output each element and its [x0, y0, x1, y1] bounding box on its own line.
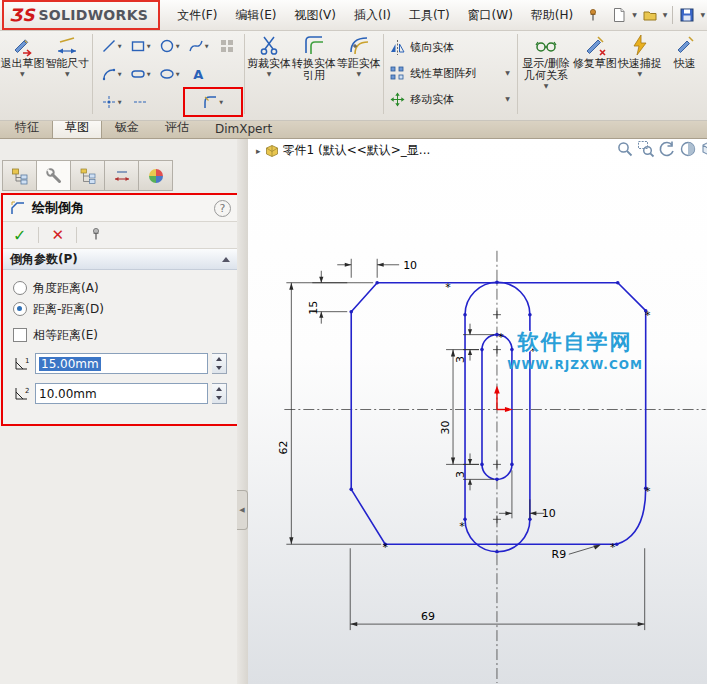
- chevron-down-icon[interactable]: ▼: [630, 12, 639, 18]
- dim-slot-gap[interactable]: 10: [499, 470, 556, 520]
- sketch-point-button[interactable]: ▼: [97, 88, 126, 116]
- distance2-spinner[interactable]: [212, 383, 227, 404]
- menu-help[interactable]: 帮助(H): [522, 3, 582, 28]
- tab-dimxpert[interactable]: DimXpert: [202, 120, 285, 138]
- repair-sketch-button[interactable]: 修复草图: [572, 30, 617, 70]
- feature-manager-tab[interactable]: [2, 160, 37, 191]
- convert-entities-button[interactable]: 转换实体引用: [291, 30, 336, 82]
- sketch-centerline-button[interactable]: [126, 88, 155, 116]
- svg-text:1: 1: [25, 357, 29, 365]
- expand-arrow-icon[interactable]: ▸: [256, 146, 261, 156]
- view-orientation-icon[interactable]: [700, 140, 707, 158]
- sketch-spline-icon: [188, 38, 204, 54]
- quick-snaps-label: 快速捕捉: [618, 58, 662, 70]
- distance-distance-option[interactable]: 距离-距离(D): [13, 300, 227, 318]
- open-document-button[interactable]: [639, 4, 661, 26]
- chevron-down-icon: ▼: [147, 44, 151, 49]
- display-relations-button[interactable]: 显示/删除几何关系 ▼: [520, 30, 573, 89]
- angle-distance-radio[interactable]: [13, 281, 27, 295]
- cancel-button[interactable]: ✕: [51, 226, 64, 244]
- chevron-down-icon: ▼: [118, 100, 122, 105]
- menu-file[interactable]: 文件(F): [168, 3, 226, 28]
- grid-spacer: [213, 60, 242, 88]
- spin-down-icon[interactable]: [212, 394, 226, 404]
- zoom-area-icon[interactable]: [637, 140, 655, 158]
- dim-gap-top[interactable]: 3: [454, 324, 494, 363]
- chamfer-parameters-header[interactable]: 倒角参数(P): [3, 249, 237, 270]
- exit-sketch-icon: [10, 33, 34, 57]
- menu-insert[interactable]: 插入(I): [345, 3, 400, 28]
- chevron-down-icon: ▼: [147, 72, 151, 77]
- menu-window[interactable]: 窗口(W): [459, 3, 522, 28]
- distance-distance-radio[interactable]: [13, 302, 27, 316]
- chevron-down-icon[interactable]: ▼: [661, 12, 670, 18]
- distance1-input[interactable]: 15.00mm: [35, 353, 208, 374]
- graphics-area[interactable]: * * * * * * * * 10 15: [248, 138, 707, 684]
- zoom-fit-icon[interactable]: [616, 140, 634, 158]
- chevron-down-icon: ▼: [176, 44, 180, 49]
- feature-tree-header[interactable]: ▸ 零件1 (默认<<默认>_显...: [256, 142, 430, 159]
- sketch-origin[interactable]: [494, 386, 513, 413]
- configuration-manager-tab[interactable]: [71, 160, 105, 191]
- menu-edit[interactable]: 编辑(E): [226, 3, 285, 28]
- section-view-icon[interactable]: [679, 140, 697, 158]
- quick-snaps-button[interactable]: 快速捕捉 ▼: [617, 30, 662, 77]
- dim-overall-width[interactable]: 69: [350, 548, 644, 630]
- dim-overall-height[interactable]: 62: [277, 283, 381, 545]
- sketch-arc-button[interactable]: ▼: [97, 60, 126, 88]
- convert-entities-icon: [302, 33, 326, 57]
- keep-visible-pin-button[interactable]: [89, 226, 103, 245]
- equal-distance-option[interactable]: 相等距离(E): [13, 326, 227, 344]
- dim-gap-bottom[interactable]: 3: [454, 453, 494, 490]
- sketch-slot-button[interactable]: ▼: [126, 60, 155, 88]
- equal-distance-checkbox[interactable]: [13, 328, 27, 342]
- sketch-circle-button[interactable]: ▼: [155, 32, 184, 60]
- menu-view[interactable]: 视图(V): [285, 3, 345, 28]
- angle-distance-option[interactable]: 角度距离(A): [13, 279, 227, 297]
- dim-chamfer-width[interactable]: 10: [337, 259, 417, 278]
- help-icon[interactable]: ?: [214, 200, 231, 217]
- linear-pattern-button[interactable]: 线性草图阵列 ▼: [386, 60, 515, 86]
- svg-text:3: 3: [454, 471, 467, 478]
- sketch-rectangle-button[interactable]: ▼: [126, 32, 155, 60]
- quick-sketch-button-clipped[interactable]: 快速: [662, 30, 707, 70]
- ok-button[interactable]: ✓: [13, 226, 26, 245]
- sketch-fillet-chamfer-button[interactable]: ▼: [184, 88, 242, 116]
- sketch-ellipse-button[interactable]: ▼: [155, 60, 184, 88]
- distance1-spinner[interactable]: [212, 353, 227, 374]
- menu-tools[interactable]: 工具(T): [400, 3, 459, 28]
- offset-entities-button[interactable]: 等距实体 ▼: [336, 30, 381, 77]
- sketch-spline-button[interactable]: ▼: [184, 32, 213, 60]
- panel-collapse-button[interactable]: ◀: [237, 490, 248, 530]
- chevron-down-icon: ▼: [118, 44, 122, 49]
- dim-corner-radius[interactable]: R9: [552, 545, 601, 561]
- sketch-canvas[interactable]: * * * * * * * * 10 15: [248, 138, 707, 684]
- dimxpert-manager-tab[interactable]: [105, 160, 139, 191]
- spin-down-icon[interactable]: [212, 364, 226, 374]
- display-manager-tab[interactable]: [139, 160, 173, 191]
- pin-menu-icon[interactable]: [586, 8, 600, 22]
- smart-dimension-button[interactable]: 智能尺寸 ▼: [45, 30, 90, 77]
- exit-sketch-button[interactable]: 退出草图 ▼: [0, 30, 45, 77]
- distance2-input[interactable]: 10.00mm: [35, 383, 208, 404]
- new-document-button[interactable]: [608, 4, 630, 26]
- mirror-entities-button[interactable]: 镜向实体: [386, 34, 515, 60]
- outer-slot[interactable]: [465, 282, 530, 551]
- chevron-down-icon[interactable]: ▼: [698, 12, 707, 18]
- move-entities-button[interactable]: 移动实体 ▼: [386, 86, 515, 112]
- save-button[interactable]: [676, 4, 698, 26]
- spin-up-icon[interactable]: [212, 354, 226, 364]
- previous-view-icon[interactable]: [658, 140, 676, 158]
- trim-entities-button[interactable]: 剪裁实体 ▼: [247, 30, 292, 77]
- sketch-text-button[interactable]: A: [184, 60, 213, 88]
- outer-profile[interactable]: [351, 283, 645, 545]
- sketch-line-button[interactable]: ▼: [97, 32, 126, 60]
- property-manager-tab[interactable]: [37, 160, 71, 191]
- sketch-line-icon: [101, 38, 117, 54]
- chevron-down-icon: ▼: [205, 44, 209, 49]
- new-document-icon: [611, 7, 627, 23]
- dim-slot-length[interactable]: 30: [439, 350, 479, 465]
- spin-up-icon[interactable]: [212, 384, 226, 394]
- sketch-points[interactable]: [349, 280, 647, 553]
- chamfer-parameters-label: 倒角参数(P): [10, 251, 78, 268]
